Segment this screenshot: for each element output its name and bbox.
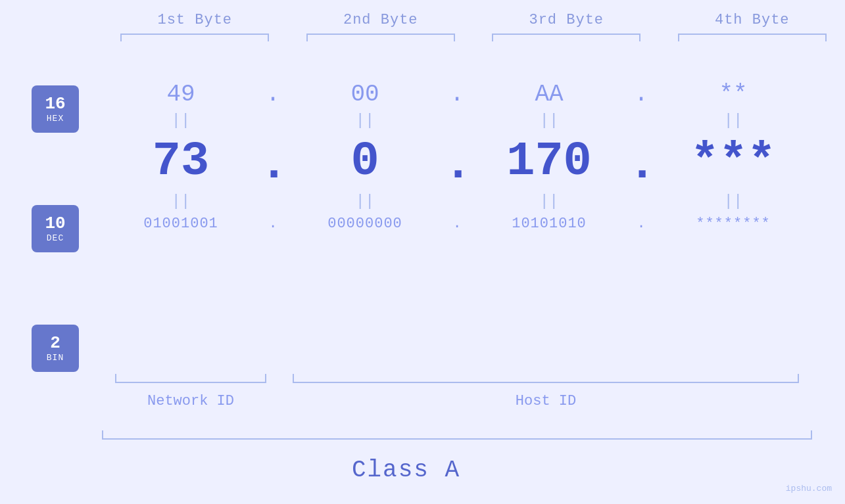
bin-val-1: 01001001: [143, 216, 218, 232]
hex-dot-1: .: [260, 81, 286, 108]
bin-byte1: 01001001: [102, 216, 260, 232]
hex-byte2: 00: [286, 81, 444, 108]
dec-dot-2: .: [444, 141, 470, 189]
byte-headers: 1st Byte 2nd Byte 3rd Byte 4th Byte: [0, 0, 845, 28]
bracket-cell-1: [102, 34, 288, 41]
equals-row-1: || || || ||: [102, 112, 845, 129]
main-container: 1st Byte 2nd Byte 3rd Byte 4th Byte 16 H…: [0, 0, 845, 504]
host-bracket-line: [293, 374, 799, 383]
dec-badge: 10 DEC: [32, 205, 79, 252]
bracket-cell-2: [288, 34, 474, 41]
class-label: Class A: [0, 457, 812, 484]
hex-row: 49 . 00 . AA . **: [102, 81, 845, 108]
bracket-line-1: [120, 34, 269, 41]
host-bracket: [279, 371, 812, 383]
hex-val-2: 00: [350, 81, 379, 108]
network-id-label: Network ID: [102, 393, 279, 409]
bin-byte3: 10101010: [470, 216, 628, 232]
bin-dot-1: .: [260, 216, 286, 232]
dec-val-2: 0: [350, 135, 379, 189]
hex-badge-label: HEX: [47, 114, 64, 124]
eq2-1: ||: [102, 193, 260, 210]
eq1-2: ||: [286, 112, 444, 129]
net-bracket-line: [115, 374, 266, 383]
eq2-3: ||: [470, 193, 628, 210]
byte2-header: 2nd Byte: [288, 12, 474, 28]
bin-val-2: 00000000: [327, 216, 402, 232]
hex-dot-3: .: [628, 81, 654, 108]
bin-badge: 2 BIN: [32, 325, 79, 372]
id-labels: Network ID Host ID: [102, 393, 812, 409]
bracket-line-4: [678, 34, 827, 41]
hex-val-4: **: [719, 81, 747, 108]
hex-byte3: AA: [470, 81, 628, 108]
bottom-brackets: [102, 371, 812, 383]
bin-badge-label: BIN: [47, 353, 64, 363]
bracket-cell-3: [473, 34, 660, 41]
bin-dot-2: .: [444, 216, 470, 232]
equals-row-2: || || || ||: [102, 193, 845, 210]
dec-byte1: 73: [102, 135, 260, 189]
hex-byte1: 49: [102, 81, 260, 108]
hex-badge: 16 HEX: [32, 85, 79, 133]
dec-val-4: ***: [690, 135, 776, 189]
bin-dot-3: .: [628, 216, 654, 232]
eq2-4: ||: [654, 193, 812, 210]
eq2-2: ||: [286, 193, 444, 210]
bin-val-4: ********: [696, 216, 771, 232]
net-bracket: [102, 371, 279, 383]
dec-dot-1: .: [260, 141, 286, 189]
data-grid: 49 . 00 . AA . ** || || || ||: [102, 69, 845, 232]
top-brackets: [0, 34, 845, 41]
bracket-line-3: [492, 34, 640, 41]
eq1-3: ||: [470, 112, 628, 129]
watermark: ipshu.com: [786, 484, 832, 493]
hex-val-3: AA: [535, 81, 563, 108]
dec-badge-label: DEC: [47, 233, 64, 243]
bin-badge-num: 2: [50, 334, 60, 352]
eq1-4: ||: [654, 112, 812, 129]
bracket-line-2: [306, 34, 455, 41]
dec-val-3: 170: [506, 135, 592, 189]
bin-byte2: 00000000: [286, 216, 444, 232]
byte3-header: 3rd Byte: [473, 12, 660, 28]
dec-val-1: 73: [153, 135, 209, 189]
bin-val-3: 10101010: [512, 216, 587, 232]
dec-badge-num: 10: [45, 215, 65, 232]
byte4-header: 4th Byte: [660, 12, 846, 28]
badges-column: 16 HEX 10 DEC 2 BIN: [32, 85, 79, 372]
byte1-header: 1st Byte: [102, 12, 288, 28]
dec-dot-3: .: [628, 141, 654, 189]
bin-byte4: ********: [654, 216, 812, 232]
hex-val-1: 49: [166, 81, 195, 108]
dec-byte2: 0: [286, 135, 444, 189]
dec-byte4: ***: [654, 135, 812, 189]
dec-byte3: 170: [470, 135, 628, 189]
full-bracket-line: [102, 430, 812, 440]
hex-badge-num: 16: [45, 95, 65, 112]
dec-row: 73 . 0 . 170 . ***: [102, 135, 845, 189]
host-id-label: Host ID: [279, 393, 812, 409]
eq1-1: ||: [102, 112, 260, 129]
bin-row: 01001001 . 00000000 . 10101010 . *******…: [102, 216, 845, 232]
hex-byte4: **: [654, 81, 812, 108]
full-bottom-bracket: [102, 430, 812, 440]
hex-dot-2: .: [444, 81, 470, 108]
bracket-cell-4: [660, 34, 846, 41]
